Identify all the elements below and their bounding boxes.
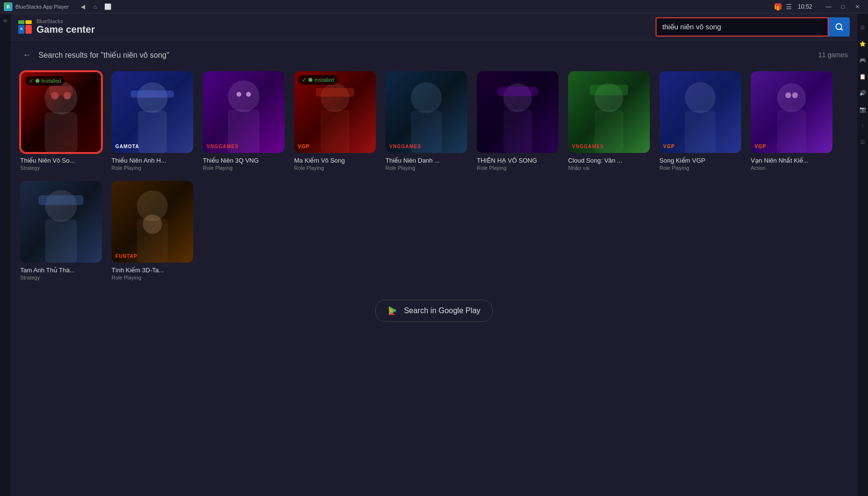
game-thumbnail <box>477 71 558 153</box>
minimize-btn[interactable]: — <box>822 1 835 12</box>
right-icon-1[interactable]: ⚙ <box>858 23 867 32</box>
game-thumb-wrapper: VGP Installed <box>294 71 376 153</box>
game-card-8[interactable]: VGP Song Kiếm VGP Role Playing <box>659 71 741 171</box>
svg-rect-3 <box>45 112 77 152</box>
game-thumb-wrapper: VNGGAMES <box>385 71 467 153</box>
right-icon-5[interactable]: 🔊 <box>858 89 867 97</box>
google-play-button[interactable]: Search in Google Play <box>375 300 492 322</box>
close-btn[interactable]: ✕ <box>851 1 864 12</box>
svg-rect-21 <box>497 87 538 96</box>
search-area <box>656 17 850 37</box>
svg-rect-9 <box>131 90 174 98</box>
game-genre: Strategy <box>20 165 102 171</box>
clock: 10:52 <box>798 3 812 10</box>
game-thumb-wrapper: VGP <box>751 71 832 153</box>
sidebar-icon-1[interactable]: ✉ <box>1 16 10 25</box>
game-card-4[interactable]: VGP Installed Ma Kiếm Vô Song Role Playi… <box>294 71 376 171</box>
game-card-1[interactable]: Installed Thiếu Niên Vô So... Strategy <box>20 71 102 171</box>
svg-rect-24 <box>590 85 628 95</box>
google-play-label: Search in Google Play <box>404 306 480 315</box>
svg-rect-16 <box>316 88 354 97</box>
game-genre: Role Playing <box>294 165 376 171</box>
game-name: Vạn Niên Nhất Kiế... <box>751 157 832 164</box>
main-area: ✕ BlueStacks Game center <box>11 13 857 496</box>
svg-rect-28 <box>777 110 806 153</box>
game-thumbnail: VGP <box>659 71 741 153</box>
right-icon-8[interactable]: ☰ <box>858 138 867 146</box>
game-genre: Role Playing <box>385 165 467 171</box>
game-name: Thiếu Niên Vô So... <box>20 157 102 164</box>
gift-icon[interactable]: 🎁 <box>774 3 782 11</box>
game-thumb-wrapper <box>477 71 558 153</box>
game-thumb-wrapper <box>20 181 102 263</box>
svg-point-29 <box>785 92 791 98</box>
bluestacks-logo: ✕ <box>18 20 32 34</box>
nav-back-btn[interactable]: ◀ <box>77 1 88 12</box>
svg-point-25 <box>685 82 716 113</box>
svg-rect-6 <box>50 86 73 96</box>
maximize-btn[interactable]: □ <box>836 1 850 12</box>
right-sidebar: ⚙ ⭐ 🎮 📋 🔊 📷 ↕ ☰ <box>857 13 868 496</box>
back-button[interactable]: ← <box>20 48 34 62</box>
brand-name: BlueStacks <box>37 18 95 24</box>
game-genre: Action <box>751 165 832 171</box>
game-name: Cloud Song: Vân ... <box>568 157 650 164</box>
search-input[interactable] <box>656 17 829 37</box>
svg-rect-26 <box>685 111 716 153</box>
game-thumb-wrapper: VGP <box>659 71 741 153</box>
game-name: THIÊN HẠ VÔ SONG <box>477 157 558 164</box>
search-button[interactable] <box>829 17 850 37</box>
google-play-icon <box>387 305 399 317</box>
app-logo: B <box>4 2 12 11</box>
results-header: ← Search results for "thiếu niên vô song… <box>20 48 848 62</box>
game-genre: Strategy <box>20 275 102 280</box>
thumb-logo: VGP <box>663 144 675 149</box>
game-card-10[interactable]: Tam Anh Thủ Thà... Strategy <box>20 181 102 280</box>
menu-icon[interactable]: ☰ <box>786 3 792 11</box>
left-sidebar: ✉ <box>0 13 11 496</box>
game-thumbnail <box>20 181 102 263</box>
game-card-6[interactable]: THIÊN HẠ VÔ SONG Role Playing <box>477 71 558 171</box>
game-genre: Role Playing <box>112 165 193 171</box>
svg-point-10 <box>228 80 260 112</box>
svg-point-14 <box>321 83 349 112</box>
game-card-2[interactable]: GAMOTA Thiếu Niên Anh H... Role Playing <box>112 71 193 171</box>
game-card-5[interactable]: VNGGAMES Thiếu Niên Danh ... Role Playin… <box>385 71 467 171</box>
svg-point-13 <box>246 92 251 97</box>
game-name: Tình Kiếm 3D-Ta... <box>112 267 193 274</box>
svg-point-30 <box>792 92 798 98</box>
game-card-9[interactable]: VGP Vạn Niên Nhất Kiế... Action <box>751 71 832 171</box>
game-name: Song Kiếm VGP <box>659 157 741 164</box>
content-area: ← Search results for "thiếu niên vô song… <box>11 40 857 496</box>
game-thumb-wrapper: GAMOTA <box>112 71 193 153</box>
titlebar: B BlueStacks App Player ◀ ⌂ ⬜ 🎁 ☰ 10:52 … <box>0 0 868 13</box>
thumb-logo: funtap <box>115 254 137 259</box>
game-thumbnail: VNGGAMES <box>203 71 285 153</box>
game-genre: Role Playing <box>659 165 741 171</box>
thumb-logo: VNGGAMES <box>572 144 604 149</box>
right-icon-4[interactable]: 📋 <box>858 72 867 81</box>
right-icon-3[interactable]: 🎮 <box>858 56 867 64</box>
nav-home-btn[interactable]: ⌂ <box>90 1 100 12</box>
thumb-logo: VGP <box>298 144 310 149</box>
thumb-logo: VNGGAMES <box>207 144 238 149</box>
game-genre: Nhập vai <box>568 165 650 171</box>
game-card-7[interactable]: VNGGAMES Cloud Song: Vân ... Nhập vai <box>568 71 650 171</box>
svg-rect-32 <box>45 219 77 263</box>
game-name: Thiếu Niên 3Q VNG <box>203 157 285 164</box>
right-icon-2[interactable]: ⭐ <box>858 39 867 48</box>
nav-multi-btn[interactable]: ⬜ <box>102 1 113 12</box>
game-thumb-wrapper: funtap <box>112 181 193 263</box>
game-card-3[interactable]: VNGGAMES Thiếu Niên 3Q VNG Role Playing <box>203 71 285 171</box>
right-icon-7[interactable]: ↕ <box>858 121 867 130</box>
game-card-11[interactable]: funtap Tình Kiếm 3D-Ta... Role Playing <box>112 181 193 280</box>
game-thumb-wrapper: VNGGAMES <box>203 71 285 153</box>
game-thumbnail: VNGGAMES <box>568 71 650 153</box>
games-grid: Installed Thiếu Niên Vô So... Strategy G… <box>20 71 848 280</box>
game-name: Thiếu Niên Danh ... <box>385 157 467 164</box>
svg-point-17 <box>411 82 442 113</box>
right-icon-6[interactable]: 📷 <box>858 105 867 114</box>
game-genre: Role Playing <box>203 165 285 171</box>
svg-point-27 <box>777 83 806 112</box>
game-thumb-wrapper: Installed <box>20 71 102 153</box>
